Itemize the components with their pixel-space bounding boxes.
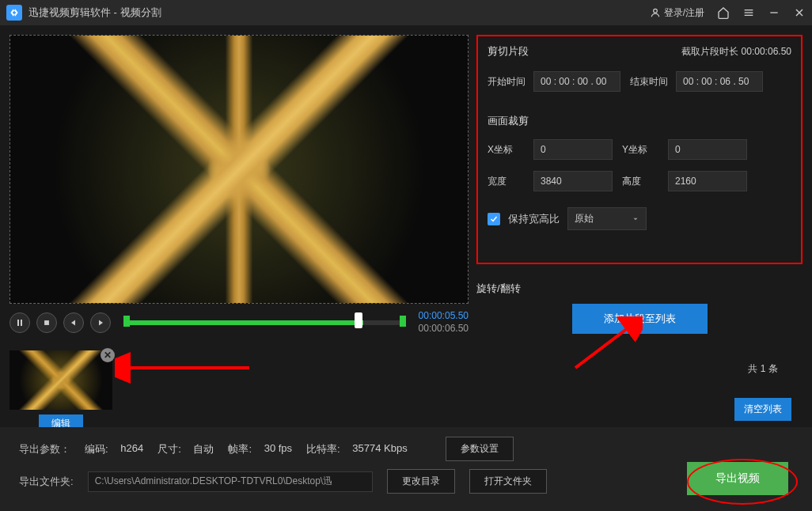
chevron-down-icon (632, 215, 639, 223)
timeline-start-marker[interactable] (123, 316, 130, 327)
main-content: 00:00:05.50 00:00:06.50 剪切片段 截取片段时长 00:0… (0, 25, 812, 344)
minimize-button[interactable] (768, 6, 780, 19)
prev-icon (69, 318, 78, 327)
height-input[interactable] (668, 171, 747, 191)
right-panel: 剪切片段 截取片段时长 00:00:06.50 开始时间 结束时间 画面裁剪 X (476, 35, 803, 335)
open-folder-button[interactable]: 打开文件夹 (469, 469, 547, 494)
segment-thumbnail[interactable]: ✕ 编辑 (9, 350, 112, 433)
cut-section-title: 剪切片段 (488, 44, 529, 59)
current-time: 00:00:05.50 (419, 310, 469, 323)
thumbnail-image (9, 350, 112, 410)
app-logo (6, 5, 22, 21)
titlebar: 迅捷视频剪辑软件 - 视频分割 登录/注册 (0, 0, 812, 25)
aspect-select[interactable]: 原始 (567, 207, 647, 230)
next-frame-button[interactable] (90, 312, 111, 333)
x-input[interactable] (533, 139, 613, 160)
clear-list-button[interactable]: 清空列表 (734, 398, 791, 421)
width-label: 宽度 (488, 175, 527, 188)
width-input[interactable] (533, 171, 613, 191)
timeline-end-marker[interactable] (400, 316, 406, 327)
svg-rect-9 (44, 320, 49, 325)
x-label: X坐标 (488, 143, 527, 157)
export-bar: 导出参数： 编码: h264 尺寸: 自动 帧率: 30 fps 比特率: 35… (0, 427, 812, 511)
rotate-section-title: 旋转/翻转 (476, 282, 803, 296)
remove-segment-button[interactable]: ✕ (101, 348, 115, 362)
menu-button[interactable] (742, 6, 755, 19)
crop-section-title: 画面裁剪 (488, 114, 791, 128)
start-time-label: 开始时间 (488, 75, 527, 89)
segment-count: 共 1 条 (748, 362, 777, 376)
user-icon (650, 7, 661, 18)
aspect-selected: 原始 (575, 212, 594, 225)
login-label: 登录/注册 (664, 6, 704, 20)
export-video-button[interactable]: 导出视频 (687, 462, 788, 495)
close-button[interactable] (793, 6, 806, 19)
stop-icon (43, 319, 51, 327)
time-display: 00:00:05.50 00:00:06.50 (419, 310, 469, 335)
segment-area: ✕ 编辑 共 1 条 清空列表 (0, 350, 812, 433)
hamburger-icon (742, 6, 755, 19)
export-params-label: 导出参数： (19, 442, 70, 456)
end-time-label: 结束时间 (630, 75, 670, 89)
keep-aspect-label: 保持宽高比 (508, 212, 560, 226)
export-folder-label: 导出文件夹: (19, 475, 74, 489)
svg-rect-8 (21, 320, 22, 326)
timeline-handle[interactable] (355, 312, 362, 328)
add-segment-button[interactable]: 添加片段至列表 (572, 304, 708, 334)
change-dir-button[interactable]: 更改目录 (387, 469, 455, 494)
keep-aspect-checkbox[interactable] (488, 213, 500, 225)
app-title: 迅捷视频剪辑软件 - 视频分割 (28, 6, 161, 20)
pause-button[interactable] (9, 312, 30, 333)
left-panel: 00:00:05.50 00:00:06.50 (9, 35, 469, 335)
param-settings-button[interactable]: 参数设置 (446, 437, 514, 461)
y-input[interactable] (668, 139, 747, 160)
segment-duration: 截取片段时长 00:00:06.50 (681, 45, 791, 59)
close-icon (793, 6, 806, 19)
login-register-link[interactable]: 登录/注册 (650, 6, 704, 20)
timeline-slider[interactable] (123, 320, 406, 325)
segment-sidebar: 共 1 条 清空列表 (723, 350, 803, 433)
video-preview[interactable] (9, 35, 469, 304)
home-icon (717, 6, 730, 19)
export-path-input[interactable] (88, 471, 373, 492)
stop-button[interactable] (36, 312, 57, 333)
home-button[interactable] (717, 6, 730, 19)
svg-rect-7 (17, 320, 19, 326)
y-label: Y坐标 (622, 143, 662, 157)
next-icon (96, 318, 105, 327)
start-time-input[interactable] (533, 71, 620, 92)
playback-controls: 00:00:05.50 00:00:06.50 (9, 310, 469, 335)
svg-point-0 (653, 9, 657, 13)
total-duration: 00:00:06.50 (419, 323, 469, 335)
height-label: 高度 (622, 175, 662, 188)
end-time-input[interactable] (676, 71, 763, 92)
check-icon (489, 214, 499, 224)
thumbnail-list: ✕ 编辑 (9, 350, 723, 433)
minimize-icon (768, 6, 780, 19)
prev-frame-button[interactable] (63, 312, 84, 333)
cut-crop-panel: 剪切片段 截取片段时长 00:00:06.50 开始时间 结束时间 画面裁剪 X (476, 35, 803, 264)
pause-icon (15, 318, 25, 327)
